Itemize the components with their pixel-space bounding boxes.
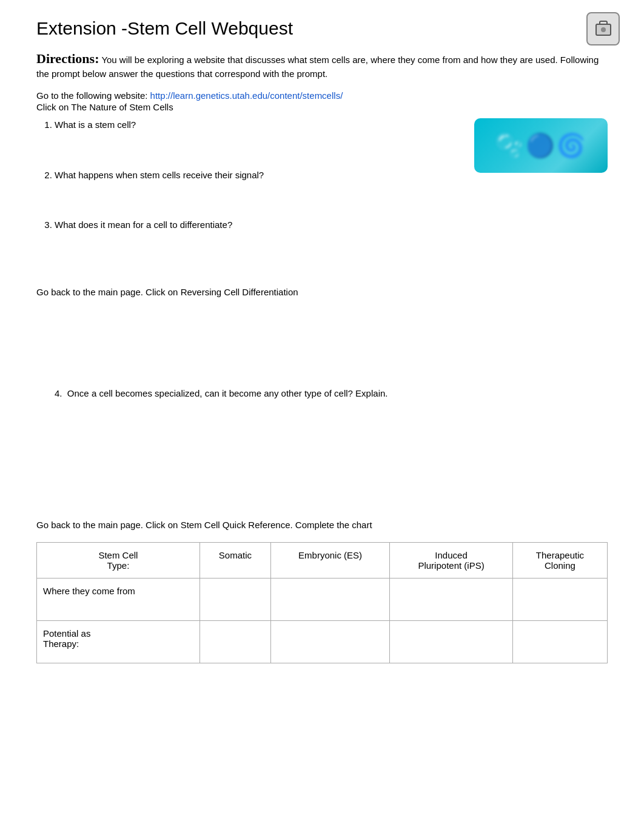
row-label-potential-therapy: Potential asTherapy: [37, 620, 200, 663]
directions-label: Directions: [36, 51, 99, 66]
website-prefix: Go to the following website: [36, 90, 150, 101]
table-header-somatic: Somatic [200, 542, 270, 578]
spacer-2 [36, 315, 608, 352]
row-label-where-from: Where they come from [37, 578, 200, 620]
question-4-text: Once a cell becomes specialized, can it … [67, 388, 388, 398]
row-somatic-potential [200, 620, 270, 663]
bottom-instruction: Go back to the main page. Click on Stem … [36, 520, 608, 530]
table-header-induced: InducedPluripotent (iPS) [390, 542, 513, 578]
row-induced-potential [390, 620, 513, 663]
row-therapeutic-where-from [512, 578, 607, 620]
top-right-icon [586, 12, 620, 45]
question-3: What does it mean for a cell to differen… [55, 218, 608, 232]
directions-text: You will be exploring a website that dis… [36, 55, 599, 79]
table-header-stem-cell-type: Stem CellType: [37, 542, 200, 578]
row-therapeutic-potential [512, 620, 607, 663]
question-4-area: 4. Once a cell becomes specialized, can … [55, 388, 608, 398]
content-area: 🫧🔵🌀 What is a stem cell? What happens wh… [36, 118, 608, 232]
table-row-potential-therapy: Potential asTherapy: [37, 620, 608, 663]
spacer-1 [36, 232, 608, 269]
stem-cell-table: Stem CellType: Somatic Embryonic (ES) In… [36, 542, 608, 663]
row-embryonic-potential [270, 620, 389, 663]
directions-block: Directions: You will be exploring a webs… [36, 51, 608, 81]
website-line: Go to the following website: http://lear… [36, 90, 608, 101]
row-embryonic-where-from [270, 578, 389, 620]
question-2-text: What happens when stem cells receive the… [55, 170, 264, 180]
page-title: Extension -Stem Cell Webquest [36, 18, 608, 39]
question-3-text: What does it mean for a cell to differen… [55, 220, 232, 230]
row-somatic-where-from [200, 578, 270, 620]
row-induced-where-from [390, 578, 513, 620]
table-header-therapeutic: TherapeuticCloning [512, 542, 607, 578]
website-link[interactable]: http://learn.genetics.utah.edu/content/s… [150, 90, 343, 101]
stem-cell-image-inner: 🫧🔵🌀 [495, 132, 588, 159]
table-header-embryonic: Embryonic (ES) [270, 542, 389, 578]
stem-cell-image: 🫧🔵🌀 [474, 118, 608, 173]
mid-instruction: Go back to the main page. Click on Rever… [36, 287, 608, 297]
table-header-row: Stem CellType: Somatic Embryonic (ES) In… [37, 542, 608, 578]
click-instruction: Click on The Nature of Stem Cells [36, 102, 608, 112]
question-1-text: What is a stem cell? [55, 119, 136, 130]
table-row-where-from: Where they come from [37, 578, 608, 620]
question-4-number: 4. [55, 388, 67, 398]
spacer-3 [36, 352, 608, 388]
svg-point-1 [601, 27, 606, 32]
